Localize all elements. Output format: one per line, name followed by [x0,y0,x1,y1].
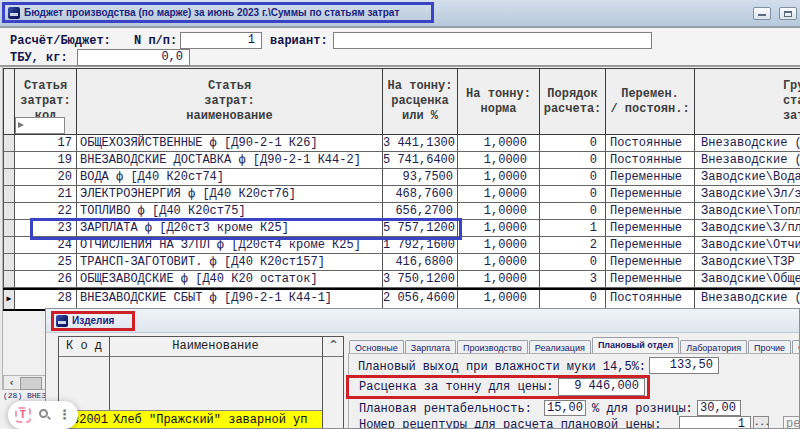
variant-input[interactable] [333,32,652,49]
variant-label: вариант: [270,34,328,48]
tab-лаборатория[interactable]: Лаборатория [680,340,747,354]
plan-profit-label: Плановая рентабельность: [359,402,532,416]
plan-recipe-input[interactable]: 1 [679,416,751,429]
table-row[interactable]: 25ТРАНСП-ЗАГОТОВИТ. ф [Д40 К20ст157]416,… [3,254,800,271]
tab-производство[interactable]: Производство [457,340,528,354]
cell-norm: 1,0000 [458,290,540,309]
row-selector [3,271,15,288]
cell-order: 0 [540,290,606,309]
cell-norm: 1,0000 [458,220,540,237]
products-header-code[interactable]: К о д [59,339,109,353]
tab-bar: ОсновныеЗарплатаПроизводствоРеализацияПл… [349,337,800,354]
recipe-name-fragment: ре [783,416,800,429]
table-row[interactable]: 21ЭЛЕКТРОЭНЕРГИЯ ф [Д40 К20ст76]468,7600… [3,186,800,203]
cell-group: Заводские\З/пл [695,220,800,237]
cell-type: Постоянные [606,290,695,309]
cell-code: 25 [15,254,77,271]
maximize-button[interactable] [779,7,797,20]
selected-product-row[interactable]: з2001 Хлеб "Пражский" заварной уп [60,410,322,429]
search-icon[interactable] [38,408,52,422]
cell-code: 17 [15,135,77,152]
table-row[interactable]: 22ТОПЛИВО ф [Д40 К20ст75]656,27001,00000… [3,203,800,220]
table-row[interactable]: 23ЗАРПЛАТА ф [Д20ст3 кроме К25]5 757,120… [3,220,800,237]
cell-name: ЗАРПЛАТА ф [Д20ст3 кроме К25] [77,220,383,237]
cell-code: 28 [15,290,77,309]
table-row[interactable]: 26ОБЩЕЗАВОДСКИЕ ф [Д40 К20 остаток]3 750… [3,271,800,288]
header-norm[interactable]: На тонну: норма [458,68,540,135]
foxpro-window-icon [56,315,68,327]
tab-плановый-отдел[interactable]: Плановый отдел [592,337,679,354]
table-row[interactable]: 19ВНЕЗАВОДСКИЕ ДОСТАВКА ф [Д90-2-1 К44-2… [3,152,800,169]
products-table: К о д Наименование ^ з2001 Хлеб "Пражски… [58,336,344,429]
header-order[interactable]: Порядок расчета: [540,68,606,135]
translate-text-icon[interactable]: T [15,407,31,423]
tab-реализация[interactable]: Реализация [529,340,591,354]
plan-retail-label: % для розницы: [592,402,693,416]
cell-group: Внезаводские ( [695,290,800,309]
cell-group: Заводские\Отчи [695,237,800,254]
cell-rate: 93,7500 [383,169,458,186]
cell-order: 2 [540,237,606,254]
cell-type: Постоянные [606,152,695,169]
cell-rate: 5 741,6400 [383,152,458,169]
plan-rate-input[interactable]: 9 446,000 [558,378,645,396]
cell-name: ЭЛЕКТРОЭНЕРГИЯ ф [Д40 К20ст76] [77,186,383,203]
title-bar: Бюджет производства (по марже) за июнь 2… [0,0,800,27]
npp-input[interactable]: 1 [180,32,262,49]
scroll-up-icon[interactable]: ^ [323,338,344,352]
scroll-left-icon[interactable]: ‹ [4,376,19,389]
cell-code: 22 [15,203,77,220]
more-menu-icon[interactable]: ⋮ [58,408,71,422]
cell-norm: 1,0000 [458,135,540,152]
cell-order: 0 [540,254,606,271]
npp-label: N п/п: [134,34,177,48]
cell-group: Заводские\Эл/э [695,186,800,203]
cell-name: ОБЩЕХОЗЯЙСТВЕННЫЕ ф [Д90-2-1 К26] [77,135,383,152]
cell-rate: 1 792,1600 [383,237,458,254]
header-rate[interactable]: На тонну: расценка или % [383,68,458,135]
cell-group: Внезаводские ( [695,152,800,169]
grid-cell-cursor [15,117,65,134]
header-selector [3,68,15,135]
tbu-input[interactable]: 0,0 [77,49,190,66]
tab-зарплата[interactable]: Зарплата [405,340,456,354]
header-name[interactable]: Статья затрат: наименование [77,68,383,135]
cell-rate: 468,7600 [383,186,458,203]
scrollbar-thumb[interactable] [20,377,42,390]
recipe-picker-button[interactable]: ... [753,416,769,429]
cell-order: 3 [540,271,606,288]
products-title-bar: Изделия [46,309,799,333]
cell-group: Заводские\Вода [695,169,800,186]
row-selector [3,169,15,186]
plan-rate-label: Расценка за тонну для цены: [359,380,553,394]
tab-фото[interactable]: Фото [792,340,800,354]
tab-основные[interactable]: Основные [349,340,404,354]
cell-name: ВОДА ф [Д40 К20ст74] [77,169,383,186]
cell-code: 23 [15,220,77,237]
cell-norm: 1,0000 [458,169,540,186]
minimize-button[interactable] [753,7,771,20]
annotation-title-box: Бюджет производства (по марже) за июнь 2… [2,2,434,23]
row-selector [3,254,15,271]
app-window: Бюджет производства (по марже) за июнь 2… [0,0,800,429]
cost-items-grid: Статья затрат: код Статья затрат: наимен… [0,68,800,310]
table-row[interactable]: 24ОТЧИСЛЕНИЯ НА З/ПЛ ф [Д20ст4 кроме К25… [3,237,800,254]
cell-rate: 656,2700 [383,203,458,220]
cell-norm: 1,0000 [458,203,540,220]
table-row[interactable]: 17ОБЩЕХОЗЯЙСТВЕННЫЕ ф [Д90-2-1 К26]3 441… [3,135,800,152]
table-row[interactable]: 20ВОДА ф [Д40 К20ст74]93,75001,00000Пере… [3,169,800,186]
row-selector [3,203,15,220]
products-header-name[interactable]: Наименование [109,339,322,353]
cell-name: ОТЧИСЛЕНИЯ НА З/ПЛ ф [Д20ст4 кроме К25] [77,237,383,254]
header-type[interactable]: Перемен. / постоян.: [606,68,695,135]
plan-retail-input[interactable]: 30,00 [697,400,741,416]
tab-прочие[interactable]: Прочие [748,340,791,354]
cell-name: ОБЩЕЗАВОДСКИЕ ф [Д40 К20 остаток] [77,271,383,288]
header-group[interactable]: Группа статей затрат [695,68,800,135]
cell-rate: 3 750,1200 [383,271,458,288]
cell-norm: 1,0000 [458,271,540,288]
plan-profit-input[interactable]: 15,00 [544,400,586,416]
cell-type: Переменные [606,203,695,220]
plan-output-input[interactable]: 133,50 [649,357,719,374]
row-selector [3,237,15,254]
